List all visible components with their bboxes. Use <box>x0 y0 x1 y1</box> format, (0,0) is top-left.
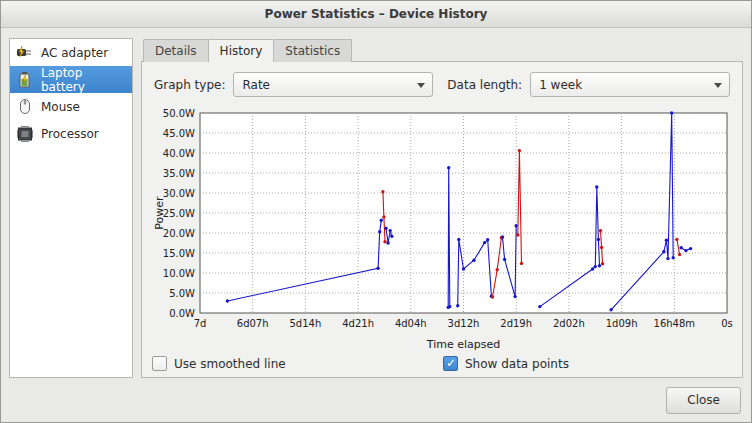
svg-text:Time elapsed: Time elapsed <box>426 338 500 351</box>
tab-label: History <box>220 44 263 58</box>
device-list: AC adapter Laptop battery <box>9 38 133 378</box>
svg-text:25.0W: 25.0W <box>163 208 195 219</box>
sidebar-item-laptop-battery[interactable]: Laptop battery <box>10 66 132 93</box>
sidebar-item-label: AC adapter <box>41 46 108 60</box>
tab-history[interactable]: History <box>208 39 275 62</box>
chevron-down-icon <box>714 83 722 88</box>
window-title: Power Statistics – Device History <box>265 7 488 21</box>
svg-text:0s: 0s <box>721 318 733 329</box>
tab-label: Details <box>155 44 197 58</box>
history-chart: 7d6d07h5d14h4d21h4d04h3d12h2d19h2d02h1d0… <box>150 105 734 353</box>
tab-label: Statistics <box>285 44 340 58</box>
svg-text:3d12h: 3d12h <box>448 318 480 329</box>
svg-text:4d21h: 4d21h <box>342 318 374 329</box>
chart-options: Use smoothed line Show data points <box>152 356 734 371</box>
sidebar-item-mouse[interactable]: Mouse <box>10 93 132 120</box>
svg-text:15.0W: 15.0W <box>163 248 195 259</box>
sidebar-item-label: Laptop battery <box>41 66 128 94</box>
mouse-icon <box>14 98 36 115</box>
svg-text:5.0W: 5.0W <box>169 288 195 299</box>
svg-text:1d09h: 1d09h <box>606 318 638 329</box>
tab-details[interactable]: Details <box>143 39 209 62</box>
dialog-footer: Close <box>1 378 751 422</box>
svg-text:0.0W: 0.0W <box>169 308 195 319</box>
svg-text:16h48m: 16h48m <box>654 318 696 329</box>
graph-type-label: Graph type: <box>154 78 225 92</box>
data-length-label: Data length: <box>447 78 522 92</box>
ac-adapter-icon <box>14 45 36 60</box>
sidebar-item-label: Processor <box>41 127 99 141</box>
chevron-down-icon <box>417 83 425 88</box>
tabstrip: Details History Statistics <box>141 38 743 61</box>
graph-type-dropdown[interactable]: Rate <box>233 72 433 97</box>
svg-text:5d14h: 5d14h <box>290 318 322 329</box>
titlebar: Power Statistics – Device History <box>1 1 751 28</box>
power-statistics-window: Power Statistics – Device History AC ada… <box>0 0 752 423</box>
svg-text:2d02h: 2d02h <box>553 318 585 329</box>
graph-type-value: Rate <box>242 78 270 92</box>
svg-text:4d04h: 4d04h <box>395 318 427 329</box>
sidebar-item-label: Mouse <box>41 100 80 114</box>
tab-statistics[interactable]: Statistics <box>273 39 352 62</box>
data-length-value: 1 week <box>539 78 582 92</box>
sidebar-item-ac-adapter[interactable]: AC adapter <box>10 39 132 66</box>
svg-text:45.0W: 45.0W <box>163 128 195 139</box>
close-button[interactable]: Close <box>666 387 741 414</box>
svg-text:40.0W: 40.0W <box>163 148 195 159</box>
checkbox-label: Use smoothed line <box>174 357 286 371</box>
checkbox-box <box>443 356 458 371</box>
svg-text:20.0W: 20.0W <box>163 228 195 239</box>
checkbox-label: Show data points <box>465 357 569 371</box>
checkbox-box <box>152 356 167 371</box>
svg-text:7d: 7d <box>194 318 207 329</box>
processor-icon <box>14 126 36 142</box>
svg-text:6d07h: 6d07h <box>237 318 269 329</box>
svg-text:35.0W: 35.0W <box>163 168 195 179</box>
chart-controls: Graph type: Rate Data length: 1 week <box>154 72 730 97</box>
show-data-points-checkbox[interactable]: Show data points <box>443 356 734 371</box>
history-tab-panel: Graph type: Rate Data length: 1 week 7d6… <box>141 61 743 378</box>
svg-text:50.0W: 50.0W <box>163 108 195 119</box>
sidebar-item-processor[interactable]: Processor <box>10 120 132 147</box>
main-area: Details History Statistics Graph type: R… <box>141 38 743 378</box>
battery-icon <box>14 71 36 88</box>
svg-text:Power: Power <box>153 196 166 230</box>
chart-area: 7d6d07h5d14h4d21h4d04h3d12h2d19h2d02h1d0… <box>150 105 734 354</box>
svg-text:30.0W: 30.0W <box>163 188 195 199</box>
use-smoothed-line-checkbox[interactable]: Use smoothed line <box>152 356 443 371</box>
window-body: AC adapter Laptop battery <box>1 28 751 378</box>
svg-text:10.0W: 10.0W <box>163 268 195 279</box>
data-length-dropdown[interactable]: 1 week <box>530 72 730 97</box>
svg-text:2d19h: 2d19h <box>500 318 532 329</box>
